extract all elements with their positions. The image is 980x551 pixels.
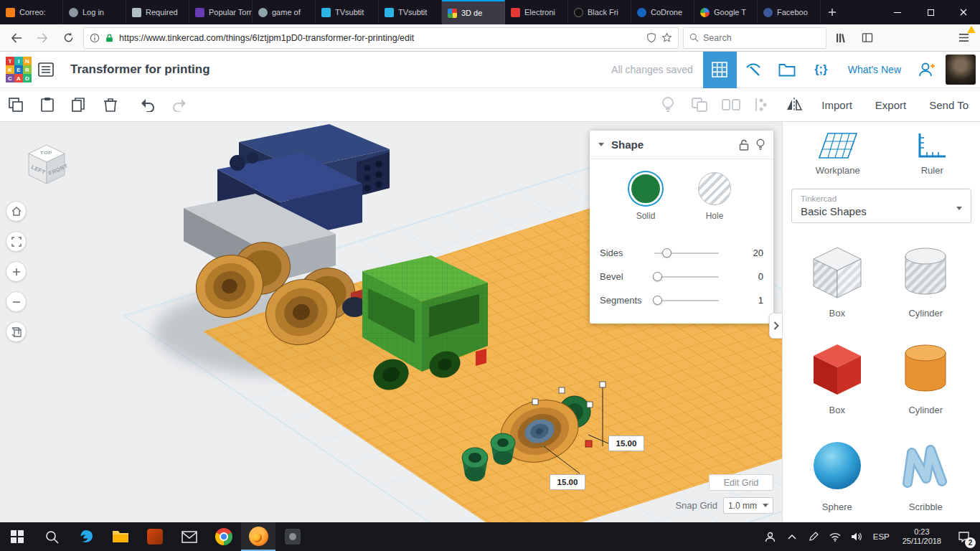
firefox-taskbar-icon[interactable]	[241, 522, 275, 551]
search-input[interactable]	[703, 33, 820, 43]
bevel-slider[interactable]	[654, 276, 719, 278]
blocks-editor-button[interactable]	[737, 52, 771, 88]
forward-button[interactable]	[32, 27, 53, 49]
inspector-collapse-caret[interactable]	[598, 143, 604, 146]
file-explorer-taskbar-icon[interactable]	[103, 522, 138, 551]
tab-electronics[interactable]: Electroni	[505, 0, 568, 24]
workplane-tool[interactable]: Workplane	[816, 132, 860, 176]
mail-taskbar-icon[interactable]	[172, 522, 207, 551]
whats-new-link[interactable]: What's New	[838, 64, 911, 75]
align-button[interactable]	[747, 90, 778, 119]
new-tab-button[interactable]	[821, 0, 844, 24]
dimension-input-depth[interactable]: 15.00	[608, 435, 644, 451]
paste-button[interactable]	[32, 90, 63, 119]
shape-library-dropdown[interactable]: Tinkercad Basic Shapes	[791, 189, 971, 223]
view-cube-top-label[interactable]: TOP	[40, 151, 52, 156]
tab-facebook[interactable]: Faceboo	[758, 0, 821, 24]
minimize-button[interactable]	[881, 0, 914, 24]
action-center-button[interactable]: 2	[950, 522, 977, 551]
delete-button[interactable]	[95, 90, 126, 119]
3d-viewport[interactable]: 15.00 15.00 TOP LEFT FRONT Shape Soli	[0, 122, 782, 522]
tracking-shield-icon[interactable]	[646, 32, 656, 43]
close-button[interactable]	[947, 0, 980, 24]
invite-button[interactable]	[911, 52, 943, 88]
lock-icon[interactable]	[739, 139, 749, 151]
library-button[interactable]	[831, 27, 852, 49]
shape-cylinder-striped[interactable]: Cylinder	[895, 243, 956, 319]
sidebar-toggle[interactable]	[769, 313, 782, 339]
tab-correo[interactable]: Correo:	[0, 0, 63, 24]
bevel-value[interactable]: 0	[719, 271, 763, 282]
sides-slider-knob[interactable]	[662, 248, 672, 258]
maximize-button[interactable]	[914, 0, 947, 24]
tab-login[interactable]: Log in	[63, 0, 126, 24]
search-bar[interactable]	[683, 27, 826, 49]
app-taskbar-icon[interactable]	[138, 522, 172, 551]
projects-button[interactable]	[771, 52, 804, 88]
tab-google[interactable]: Google T	[694, 0, 758, 24]
segments-value[interactable]: 1	[719, 295, 763, 306]
sides-slider[interactable]	[654, 253, 719, 254]
ungroup-button[interactable]	[715, 90, 747, 119]
design-menu-button[interactable]	[32, 52, 60, 88]
zoom-out-button[interactable]	[6, 291, 27, 312]
network-tray-icon[interactable]	[826, 522, 844, 551]
chrome-taskbar-icon[interactable]	[207, 522, 241, 551]
taskbar-clock[interactable]: 0:23 25/11/2018	[897, 527, 947, 546]
user-avatar[interactable]	[946, 55, 976, 85]
page-info-icon[interactable]	[90, 33, 100, 43]
hole-option[interactable]: Hole	[698, 172, 731, 221]
duplicate-button[interactable]	[63, 90, 95, 119]
bevel-slider-knob[interactable]	[653, 272, 662, 281]
tab-required[interactable]: Required	[126, 0, 189, 24]
shape-scribble[interactable]: Scribble	[895, 437, 956, 512]
back-button[interactable]	[6, 27, 27, 49]
url-bar[interactable]	[83, 27, 679, 49]
view-cube[interactable]: TOP LEFT FRONT	[14, 138, 79, 194]
people-tray-icon[interactable]	[761, 522, 780, 551]
snap-grid-dropdown[interactable]: 1.0 mm	[723, 497, 773, 514]
volume-tray-icon[interactable]	[847, 522, 866, 551]
show-all-button[interactable]	[652, 90, 684, 119]
segments-slider[interactable]	[654, 300, 719, 301]
redo-button[interactable]	[164, 90, 195, 119]
tab-tvsubtitles-2[interactable]: TVsubtit	[379, 0, 442, 24]
tab-popular[interactable]: Popular Torr	[189, 0, 253, 24]
lightbulb-icon[interactable]	[756, 138, 765, 151]
sides-value[interactable]: 20	[719, 248, 763, 258]
pen-tray-icon[interactable]	[804, 522, 823, 551]
solid-option[interactable]: Solid	[629, 172, 662, 221]
design-title[interactable]: Transformer for printing	[70, 62, 210, 77]
segments-slider-knob[interactable]	[653, 296, 662, 305]
3d-editor-button[interactable]	[703, 52, 737, 88]
reload-button[interactable]	[57, 27, 79, 49]
ruler-tool[interactable]: Ruler	[917, 132, 947, 176]
mirror-button[interactable]	[778, 90, 810, 119]
home-view-button[interactable]	[6, 201, 27, 222]
tab-codrone[interactable]: CoDrone	[631, 0, 694, 24]
group-button[interactable]	[684, 90, 715, 119]
perspective-toggle-button[interactable]	[6, 321, 27, 342]
menu-button[interactable]	[953, 27, 974, 49]
tray-expand-button[interactable]	[783, 522, 801, 551]
codeblocks-button[interactable]: {;}	[804, 52, 838, 88]
dimension-input-width[interactable]: 15.00	[550, 474, 585, 490]
export-button[interactable]: Export	[864, 93, 918, 117]
tab-tinkercad-active[interactable]: 3D de	[442, 0, 505, 24]
taskbar-search-button[interactable]	[34, 522, 69, 551]
edit-grid-button[interactable]: Edit Grid	[709, 474, 773, 491]
import-button[interactable]: Import	[810, 93, 864, 117]
shape-cylinder-orange[interactable]: Cylinder	[895, 340, 956, 415]
zoom-in-button[interactable]	[6, 261, 27, 282]
start-button[interactable]	[0, 522, 34, 551]
tab-blackfriday[interactable]: Black Fri	[568, 0, 631, 24]
bookmark-star-icon[interactable]	[661, 32, 672, 43]
undo-button[interactable]	[132, 90, 164, 119]
tab-tvsubtitles-1[interactable]: TVsubtit	[316, 0, 379, 24]
edge-taskbar-icon[interactable]	[69, 522, 103, 551]
send-to-button[interactable]: Send To	[918, 93, 980, 117]
copy-button[interactable]	[0, 90, 32, 119]
app2-taskbar-icon[interactable]	[275, 522, 310, 551]
shape-box-red[interactable]: Box	[806, 340, 868, 415]
fit-view-button[interactable]	[6, 231, 27, 252]
